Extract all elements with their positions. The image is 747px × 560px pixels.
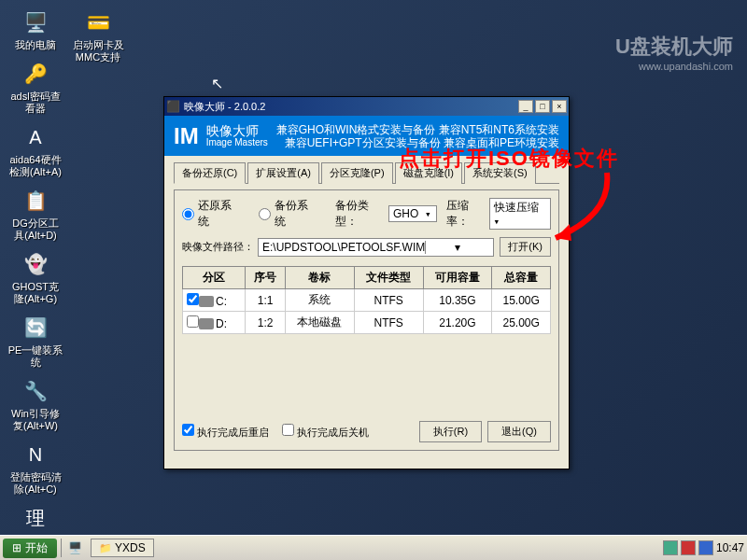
desktop-icon-0[interactable]: 💳启动网卡及MMC支持 (70, 7, 126, 63)
partition-table: 分区序号卷标文件类型可用容量总容量 C:1:1系统NTFS10.35G15.00… (182, 266, 551, 334)
disk-icon (199, 318, 214, 329)
desktop-icon-glyph: 📋 (21, 186, 50, 216)
table-header: 文件类型 (354, 267, 423, 289)
disk-icon (199, 296, 214, 307)
backup-label: 备份系统 (275, 198, 317, 230)
image-masters-window: ⬛ 映像大师 - 2.0.0.2 _ □ × IM 映像大师 Image Mas… (163, 96, 570, 469)
tray-icon-3[interactable] (698, 540, 713, 555)
banner-line1: 兼容GHO和WIN格式安装与备份 兼容NT5和NT6系统安装 (276, 123, 559, 136)
table-header: 总容量 (492, 267, 551, 289)
taskbar-item-yxds[interactable]: 📁 YXDS (91, 539, 154, 557)
desktop-icon-glyph: 🔄 (21, 313, 50, 343)
desktop-icon-1[interactable]: 🔑adsl密码查看器 (7, 59, 63, 115)
table-header: 序号 (246, 267, 286, 289)
taskbar: ⊞开始 🖥️ 📁 YXDS 10:47 (0, 535, 747, 560)
start-icon: ⊞ (12, 541, 21, 554)
minimize-button[interactable]: _ (518, 100, 533, 113)
tab-4[interactable]: 系统安装(S) (464, 162, 536, 184)
compress-label: 压缩率： (446, 198, 488, 230)
exit-button[interactable]: 退出(Q) (487, 421, 551, 442)
row-checkbox[interactable] (187, 293, 199, 305)
backup-radio[interactable] (259, 208, 271, 220)
tab-3[interactable]: 磁盘克隆(I) (395, 162, 462, 184)
banner-line2: 兼容UEFI+GPT分区安装与备份 兼容桌面和PE环境安装 (276, 136, 559, 149)
tray-icon-2[interactable] (681, 540, 696, 555)
close-button[interactable]: × (552, 100, 567, 113)
desktop-icon-label: adsl密码查看器 (7, 91, 63, 115)
logo-icon: IM (174, 123, 199, 149)
shutdown-checkbox[interactable] (282, 424, 294, 436)
path-dropdown-icon[interactable]: ▾ (425, 241, 489, 254)
banner: IM 映像大师 Image Masters 兼容GHO和WIN格式安装与备份 兼… (164, 116, 569, 156)
desktop-icon-label: 登陆密码清除(Alt+C) (7, 471, 63, 496)
app-icon: ⬛ (166, 100, 180, 113)
desktop-icon-glyph: 👻 (21, 249, 50, 279)
start-button[interactable]: ⊞开始 (3, 539, 57, 558)
banner-name: 映像大师 (206, 124, 268, 137)
maximize-button[interactable]: □ (535, 100, 550, 113)
open-button[interactable]: 打开(K) (500, 237, 551, 257)
desktop-icon-glyph: 🖥️ (21, 7, 50, 37)
restart-checkbox[interactable] (182, 424, 194, 436)
desktop-icon-label: 启动网卡及MMC支持 (70, 39, 126, 63)
execute-button[interactable]: 执行(R) (419, 421, 482, 442)
watermark: U盘装机大师 www.upandashi.com (615, 33, 733, 72)
desktop-icon-3[interactable]: 📋DG分区工具(Alt+D) (7, 186, 63, 242)
tab-2[interactable]: 分区克隆(P) (321, 162, 393, 184)
restore-radio[interactable] (182, 208, 194, 220)
desktop-icon-label: GHOST克隆(Alt+G) (7, 281, 63, 305)
compress-select[interactable]: 快速压缩 ▾ (489, 198, 552, 230)
table-row[interactable]: D:1:2本地磁盘NTFS21.20G25.00G (183, 312, 551, 334)
tray-icon-1[interactable] (663, 540, 678, 555)
desktop-icon-6[interactable]: 🔧Win引导修复(Alt+W) (7, 376, 63, 432)
path-input[interactable]: E:\UPDSTOOL\PETOOLSF.WIM▾ (258, 238, 494, 257)
desktop-icon-4[interactable]: 👻GHOST克隆(Alt+G) (7, 249, 63, 305)
table-row[interactable]: C:1:1系统NTFS10.35G15.00G (183, 289, 551, 312)
backup-type-select[interactable]: GHO ▾ (388, 205, 437, 222)
desktop-icon-2[interactable]: Aaida64硬件检测(Alt+A) (7, 122, 63, 178)
mouse-cursor: ↖ (211, 75, 223, 92)
desktop-icon-label: DG分区工具(Alt+D) (7, 217, 63, 242)
tab-0[interactable]: 备份还原(C) (174, 162, 246, 184)
tab-1[interactable]: 扩展设置(A) (247, 162, 319, 184)
table-header: 可用容量 (423, 267, 492, 289)
desktop-icon-label: PE一键装系统 (7, 344, 63, 369)
desktop-icon-label: Win引导修复(Alt+W) (7, 408, 63, 432)
backup-restore-panel: 还原系统 备份系统 备份类型： GHO ▾ 压缩率： 快速压缩 ▾ 映像文件路径… (174, 189, 559, 451)
desktop-icon-5[interactable]: 🔄PE一键装系统 (7, 313, 63, 369)
table-header: 分区 (183, 267, 246, 289)
desktop-icon-glyph: 💳 (83, 7, 113, 37)
quick-launch-icon[interactable]: 🖥️ (68, 541, 82, 554)
desktop-icon-7[interactable]: N登陆密码清除(Alt+C) (7, 440, 63, 496)
window-title: 映像大师 - 2.0.0.2 (180, 100, 516, 114)
tabs: 备份还原(C)扩展设置(A)分区克隆(P)磁盘克隆(I)系统安装(S) (174, 161, 559, 184)
backup-type-label: 备份类型： (335, 198, 388, 230)
desktop-icon-glyph: 🔧 (21, 376, 50, 406)
banner-sub: Image Masters (206, 137, 268, 147)
desktop-icon-label: aida64硬件检测(Alt+A) (7, 154, 63, 178)
desktop-icon-glyph: 🔑 (21, 59, 50, 89)
table-header: 卷标 (286, 267, 355, 289)
clock[interactable]: 10:47 (716, 541, 744, 554)
path-label: 映像文件路径： (182, 240, 254, 254)
row-checkbox[interactable] (187, 315, 199, 328)
titlebar[interactable]: ⬛ 映像大师 - 2.0.0.2 _ □ × (164, 97, 569, 116)
restore-label: 还原系统 (198, 198, 240, 230)
desktop-icon-label: 我的电脑 (7, 39, 63, 51)
shutdown-label: 执行完成后关机 (297, 427, 369, 438)
desktop-icon-glyph: A (21, 122, 50, 152)
restart-label: 执行完成后重启 (197, 427, 269, 438)
desktop-icon-0[interactable]: 🖥️我的电脑 (7, 7, 63, 51)
desktop-icon-glyph: 理 (21, 503, 50, 533)
desktop-icon-glyph: N (21, 440, 50, 469)
